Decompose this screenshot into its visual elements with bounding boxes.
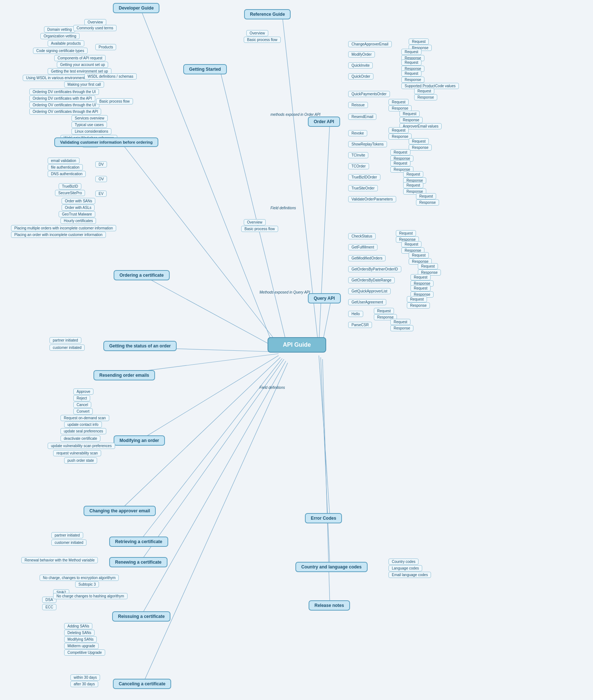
resending-node[interactable]: Resending order emails <box>93 370 155 380</box>
oapi-revoke[interactable]: Revoke <box>348 130 367 136</box>
oapi-re-resp[interactable]: Response <box>399 117 423 123</box>
reference-guide-node[interactable]: Reference Guide <box>244 9 291 19</box>
ord-file-auth[interactable]: file authentication <box>48 164 83 170</box>
mod-scan[interactable]: Request on-demand scan <box>60 415 109 421</box>
qapi-god-req[interactable]: Request <box>410 274 431 280</box>
gs-wsdl[interactable]: Using WSDL in various environments <box>23 75 90 81</box>
ord-ov[interactable]: OV <box>95 176 107 182</box>
query-api-node[interactable]: Query API <box>308 293 341 303</box>
gs-services[interactable]: Services overview <box>71 115 108 121</box>
ord-truebizid[interactable]: TrueBizID <box>59 183 81 189</box>
cl-email-lang[interactable]: Email language codes <box>388 572 431 578</box>
ret-partner[interactable]: partner initiated <box>51 532 83 538</box>
oapi-qo-resp[interactable]: Response <box>401 77 424 83</box>
gs-wsdl-def[interactable]: WSDL definitions / schemas <box>84 73 137 80</box>
modifying-node[interactable]: Modifying an order <box>114 435 165 446</box>
oapi-reissue[interactable]: Reissue <box>348 102 368 108</box>
oapi-ti-req[interactable]: Request <box>390 149 410 155</box>
qapi-parsecsr[interactable]: ParseCSR <box>348 322 372 328</box>
oapi-basic-flow[interactable]: Basic process flow <box>244 37 281 43</box>
gs-dv-ui[interactable]: Ordering DV certificates through the UI <box>29 89 99 95</box>
getting-status-node[interactable]: Getting the status of an order <box>103 341 177 351</box>
ordering-node[interactable]: Ordering a certificate <box>114 270 170 280</box>
qapi-getorders-partner[interactable]: GetOrdersByPartnerOrderID <box>348 266 401 272</box>
ord-hourly[interactable]: Hourly certificates <box>60 218 96 224</box>
oapi-modifyorder[interactable]: ModifyOrder <box>348 51 375 58</box>
order-api-node[interactable]: Order API <box>308 117 340 127</box>
can-30days[interactable]: within 30 days <box>70 674 100 681</box>
ret-customer[interactable]: customer initiated <box>51 539 86 546</box>
oapi-ts-req[interactable]: Request <box>403 182 423 188</box>
retrieving-node[interactable]: Retrieving a certificate <box>109 537 168 547</box>
mod-vuln-prefs[interactable]: update vulnerability scan preferences <box>48 443 115 449</box>
oapi-sr-req[interactable]: Request <box>409 138 429 144</box>
qapi-pc-resp[interactable]: Response <box>390 325 413 331</box>
qapi-h-req[interactable]: Request <box>374 308 394 314</box>
oapi-quickorder[interactable]: QuickOrder <box>348 73 373 80</box>
qapi-pc-req[interactable]: Request <box>390 319 410 325</box>
gs-basic-flow[interactable]: Basic process flow <box>96 98 133 104</box>
gs-overview[interactable]: Overview <box>84 19 106 25</box>
cl-country[interactable]: Country codes <box>388 559 419 565</box>
ord-sans[interactable]: Order with SANs <box>62 198 95 204</box>
qapi-gop-req[interactable]: Request <box>418 263 438 269</box>
rei-hashing[interactable]: No charge changes to hashing algorithym <box>53 593 128 599</box>
oapi-sr-resp[interactable]: Response <box>409 144 432 151</box>
oapi-tcinvite[interactable]: TCInvite <box>348 152 368 158</box>
oapi-qo-req[interactable]: Request <box>401 70 421 77</box>
gs-ov-ui[interactable]: Ordering OV certificates through the UI <box>29 102 99 108</box>
oapi-tb-req[interactable]: Request <box>403 171 423 177</box>
qapi-gm-req[interactable]: Request <box>409 252 429 258</box>
qapi-hello[interactable]: Hello <box>348 311 363 317</box>
rei-no-charge-enc[interactable]: No charge, changes to encryption algorit… <box>40 575 119 581</box>
gs-products[interactable]: Products <box>95 44 116 50</box>
oapi-truesite-order[interactable]: TrueSiteOrder <box>348 185 378 191</box>
rei-midterm[interactable]: Midterm upgrade <box>64 643 99 649</box>
changing-approver-node[interactable]: Changing the approver email <box>84 506 156 516</box>
ord-single[interactable]: Placing an order with incomplete custome… <box>11 232 106 238</box>
oapi-tcorder[interactable]: TCOrder <box>348 163 369 169</box>
developer-guide-node[interactable]: Developer Guide <box>113 3 159 13</box>
mod-seal[interactable]: update seal preferences <box>60 428 106 434</box>
qapi-field-def[interactable]: Field definitions <box>257 385 288 390</box>
rei-ecc[interactable]: ECC <box>42 604 56 610</box>
ord-multiple[interactable]: Placing multiple orders with incomplete … <box>11 225 116 231</box>
qapi-getuseragree[interactable]: GetUserAgreement <box>348 299 386 305</box>
ord-email-val[interactable]: email validation <box>48 158 80 164</box>
oapi-ri-req[interactable]: Request <box>388 99 409 105</box>
qapi-checkstatus[interactable]: CheckStatus <box>348 233 376 239</box>
oapi-showreplay[interactable]: ShowReplayTokens <box>348 141 387 147</box>
oapi-modify-req[interactable]: Request <box>401 49 421 55</box>
gs-code-signing[interactable]: Code signing certificate types <box>33 48 88 54</box>
gs-ov-api[interactable]: Ordering OV certificates through the API <box>29 108 101 115</box>
oapi-re-req[interactable]: Request <box>399 111 420 117</box>
oapi-quickinvite[interactable]: QuickInvite <box>348 62 373 69</box>
rei-modifying-sans[interactable]: Modifying SANs <box>64 636 97 642</box>
gs-api-components[interactable]: Components of API request <box>54 55 106 61</box>
qapi-gu-req[interactable]: Request <box>407 296 427 302</box>
qapi-getmodified[interactable]: GetModifiedOrders <box>348 255 386 261</box>
mod-approve[interactable]: Approve <box>73 388 93 395</box>
oapi-val-req[interactable]: Request <box>416 193 436 199</box>
gs-dv-api[interactable]: Ordering DV certificates with the API <box>29 95 95 102</box>
ord-dns-auth[interactable]: DNS authentication <box>48 171 86 177</box>
mod-reject[interactable]: Reject <box>73 395 90 401</box>
oapi-overview[interactable]: Overview <box>246 30 268 36</box>
gs-commonly-used[interactable]: Commonly used terms <box>73 25 117 31</box>
qapi-ga-req[interactable]: Request <box>410 285 431 291</box>
oapi-field-def[interactable]: Field definitions <box>268 205 299 211</box>
qapi-getapprover[interactable]: GetQuickApproverList <box>348 288 391 294</box>
qapi-gu-resp[interactable]: Response <box>407 302 430 309</box>
status-partner[interactable]: partner initiated <box>49 337 81 343</box>
rei-deleting-sans[interactable]: Deleting SANs <box>64 630 95 636</box>
oapi-qp-resp[interactable]: Response <box>414 94 437 100</box>
gs-typical[interactable]: Typical use cases <box>71 122 107 128</box>
renewing-node[interactable]: Renewing a certificate <box>109 557 167 567</box>
qapi-basic-flow[interactable]: Basic process flow <box>241 226 278 232</box>
oapi-qi-req[interactable]: Request <box>401 59 421 66</box>
gs-account[interactable]: Getting your account set up <box>57 62 108 68</box>
mod-deactivate[interactable]: deactivate certificate <box>60 435 100 442</box>
oapi-change-approver[interactable]: ChangeApproverEmail <box>348 41 392 47</box>
mod-cancel[interactable]: Cancel <box>73 402 91 408</box>
mod-convert[interactable]: Convert <box>73 408 93 415</box>
